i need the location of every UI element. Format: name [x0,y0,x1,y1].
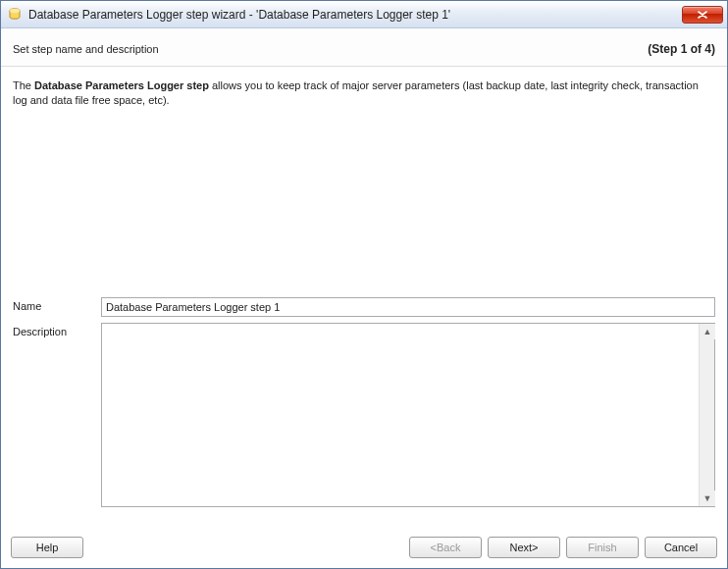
scroll-down-icon[interactable]: ▼ [700,491,715,506]
footer: Help <Back Next> Finish Cancel [1,531,727,568]
window-title: Database Parameters Logger step wizard -… [28,8,682,22]
description-label: Description [13,323,101,337]
name-row: Name [13,297,715,317]
name-input[interactable] [101,297,715,317]
next-button[interactable]: Next> [488,537,560,558]
intro-prefix: The [13,79,34,91]
close-button[interactable] [682,6,723,24]
subheader: Set step name and description (Step 1 of… [1,28,727,67]
titlebar: Database Parameters Logger step wizard -… [1,1,727,28]
scroll-up-icon[interactable]: ▲ [700,324,715,339]
finish-button[interactable]: Finish [566,537,639,558]
description-wrap: ▲ ▼ [101,323,715,507]
help-button[interactable]: Help [11,537,83,558]
intro-text: The Database Parameters Logger step allo… [13,78,715,109]
step-indicator: (Step 1 of 4) [648,42,715,56]
description-row: Description ▲ ▼ [13,323,715,507]
app-icon [7,7,23,23]
content-area: The Database Parameters Logger step allo… [1,67,727,531]
intro-bold: Database Parameters Logger step [34,79,209,91]
svg-point-1 [10,8,20,12]
name-label: Name [13,297,101,312]
cancel-button[interactable]: Cancel [645,537,717,558]
back-button[interactable]: <Back [409,537,482,558]
subheader-title: Set step name and description [13,43,648,55]
wizard-window: Database Parameters Logger step wizard -… [0,0,728,569]
scrollbar[interactable]: ▲ ▼ [699,324,714,506]
description-input[interactable] [102,324,699,506]
form-area: Name Description ▲ ▼ [13,297,715,523]
